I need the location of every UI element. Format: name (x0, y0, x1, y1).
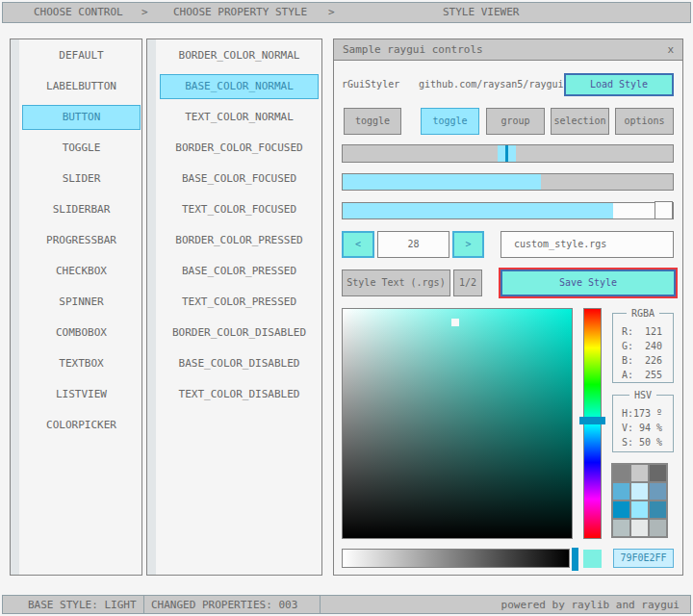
changed-properties-label: CHANGED PROPERTIES: 003 (151, 596, 297, 615)
style-palette-grid (611, 463, 668, 538)
palette-swatch-text-pressed[interactable] (650, 501, 666, 518)
window-title: Sample raygui controls (343, 39, 483, 60)
rgba-label-g: G: (622, 339, 633, 353)
list-item-toggle[interactable]: TOGGLE (22, 136, 141, 161)
breadcrumb-style-viewer: STYLE VIEWER (443, 3, 519, 22)
palette-swatch-base-normal[interactable] (631, 465, 648, 481)
list-item-base-color-normal[interactable]: BASE_COLOR_NORMAL (160, 74, 319, 99)
breadcrumb-separator-icon: > (141, 3, 148, 22)
toggle-group-item-selection[interactable]: selection (551, 108, 609, 135)
save-style-button[interactable]: Save Style (500, 270, 676, 296)
pager-button[interactable]: 1/2 (453, 270, 482, 296)
list-item-combobox[interactable]: COMBOBOX (22, 321, 141, 346)
slider-handle[interactable] (498, 145, 516, 162)
hsv-title: HSV (629, 389, 656, 401)
list-item-text-color-focused[interactable]: TEXT_COLOR_FOCUSED (160, 197, 319, 222)
current-color-swatch (583, 550, 602, 568)
alpha-bar-handle[interactable] (572, 548, 578, 571)
close-icon[interactable]: x (667, 39, 674, 60)
breadcrumb-separator-icon: > (328, 3, 335, 22)
hex-color-input[interactable]: 79F0E2FF (613, 549, 674, 568)
rgba-label-a: A: (622, 368, 633, 382)
list-item-border-color-focused[interactable]: BORDER_COLOR_FOCUSED (160, 136, 319, 161)
checkbox[interactable] (654, 201, 673, 219)
control-list: DEFAULT LABELBUTTON BUTTON TOGGLE SLIDER… (10, 38, 142, 576)
rgba-row-r: R: 121 (613, 324, 673, 339)
top-status-bar: CHOOSE CONTROL > CHOOSE PROPERTY STYLE >… (2, 2, 691, 23)
rgba-row-g: G: 240 (613, 339, 673, 353)
palette-swatch-border-focused[interactable] (613, 483, 629, 500)
rgba-label-r: R: (622, 324, 633, 339)
list-item-text-color-normal[interactable]: TEXT_COLOR_NORMAL (160, 105, 319, 130)
breadcrumb-choose-property: CHOOSE PROPERTY STYLE (173, 3, 307, 22)
list-item-sliderbar[interactable]: SLIDERBAR (22, 197, 141, 222)
color-picker-panel[interactable] (342, 308, 573, 539)
list-item-base-color-focused[interactable]: BASE_COLOR_FOCUSED (160, 167, 319, 192)
color-picker-cursor[interactable] (451, 319, 459, 326)
list-item-colorpicker[interactable]: COLORPICKER (22, 413, 141, 438)
rgba-label-b: B: (622, 353, 633, 368)
sliderbar[interactable] (342, 173, 674, 191)
rgba-groupbox: RGBA R: 121 G: 240 B: 226 A: 255 (612, 313, 674, 383)
list-item-border-color-disabled[interactable]: BORDER_COLOR_DISABLED (160, 321, 319, 346)
hsv-label-h: H: (622, 406, 633, 421)
spinner-value[interactable]: 28 (377, 231, 449, 258)
rgba-value-b: 226 (645, 353, 662, 368)
palette-swatch-base-focused[interactable] (631, 483, 648, 500)
list-item-checkbox[interactable]: CHECKBOX (22, 259, 141, 284)
hsv-label-v: V: (622, 421, 633, 435)
list-item-default[interactable]: DEFAULT (22, 43, 141, 68)
list-item-border-color-pressed[interactable]: BORDER_COLOR_PRESSED (160, 228, 319, 253)
toggle-group-item-toggle[interactable]: toggle (421, 108, 479, 135)
statusbar-changed-properties: CHANGED PROPERTIES: 003 (143, 595, 321, 614)
slider[interactable] (342, 144, 674, 163)
list-item-listview[interactable]: LISTVIEW (22, 382, 141, 407)
hue-bar-handle[interactable] (579, 417, 605, 424)
palette-swatch-text-focused[interactable] (650, 483, 666, 500)
powered-by-label: powered by raylib and raygui (501, 596, 680, 615)
list-item-text-color-pressed[interactable]: TEXT_COLOR_PRESSED (160, 290, 319, 315)
window-titlebar[interactable]: Sample raygui controls x (334, 39, 682, 61)
list-item-text-color-disabled[interactable]: TEXT_COLOR_DISABLED (160, 382, 319, 407)
palette-swatch-base-disabled[interactable] (631, 520, 648, 536)
palette-swatch-text-disabled[interactable] (650, 520, 666, 536)
rgba-value-r: 121 (645, 324, 662, 339)
toggle-group-item-group[interactable]: group (486, 108, 545, 135)
hue-bar[interactable] (583, 308, 602, 539)
palette-swatch-border-normal[interactable] (613, 465, 629, 481)
brand-label: rGuiStyler (342, 75, 399, 94)
toggle-button[interactable]: toggle (344, 108, 401, 135)
spinner-increment-button[interactable]: > (452, 231, 484, 258)
palette-swatch-text-normal[interactable] (650, 465, 666, 481)
list-item-progressbar[interactable]: PROGRESSBAR (22, 228, 141, 253)
alpha-bar[interactable] (342, 549, 570, 568)
toggle-group-item-options[interactable]: options (615, 108, 674, 135)
palette-swatch-border-pressed[interactable] (613, 501, 629, 518)
list-item-labelbutton[interactable]: LABELBUTTON (22, 74, 141, 99)
list-item-spinner[interactable]: SPINNER (22, 290, 141, 315)
sliderbar-fill (343, 174, 541, 190)
rgba-value-a: 255 (645, 368, 662, 382)
list-item-border-color-normal[interactable]: BORDER_COLOR_NORMAL (160, 43, 319, 68)
list-item-slider[interactable]: SLIDER (22, 167, 141, 192)
rgba-row-b: B: 226 (613, 353, 673, 368)
palette-swatch-border-disabled[interactable] (613, 520, 629, 536)
style-viewer-window: Sample raygui controls x rGuiStyler gith… (333, 38, 683, 576)
hsv-row-s: S: 50 % (613, 435, 673, 449)
property-list-scrollbar[interactable] (147, 39, 156, 575)
style-text-button[interactable]: Style Text (.rgs) (342, 270, 450, 296)
filename-input[interactable]: custom_style.rgs (500, 231, 674, 258)
hsv-row-h: H: 173 º (613, 406, 673, 421)
control-list-scrollbar[interactable] (11, 39, 19, 575)
load-style-button[interactable]: Load Style (564, 73, 674, 96)
list-item-base-color-pressed[interactable]: BASE_COLOR_PRESSED (160, 259, 319, 284)
hsv-value-s: 50 % (639, 435, 662, 449)
save-style-focus-ring: Save Style (499, 268, 678, 298)
spinner-decrement-button[interactable]: < (342, 231, 374, 258)
palette-swatch-base-pressed[interactable] (631, 501, 648, 518)
list-item-base-color-disabled[interactable]: BASE_COLOR_DISABLED (160, 351, 319, 376)
statusbar-base-style: BASE STYLE: LIGHT (2, 595, 144, 614)
base-style-label: BASE STYLE: LIGHT (28, 596, 137, 615)
list-item-textbox[interactable]: TEXTBOX (22, 351, 141, 376)
list-item-button[interactable]: BUTTON (22, 105, 141, 130)
